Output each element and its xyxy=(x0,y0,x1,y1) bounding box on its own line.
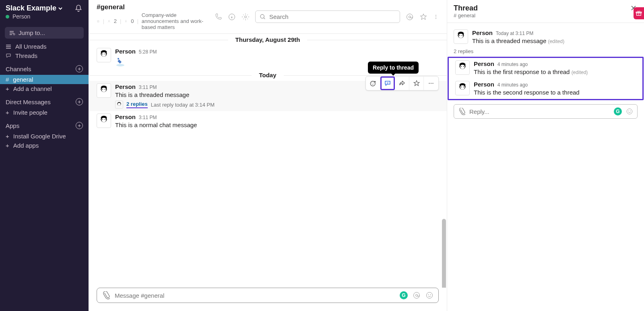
install-gdrive-item[interactable]: + Install Google Drive xyxy=(0,132,89,141)
bell-icon[interactable] xyxy=(74,4,83,13)
sender-name[interactable]: Person xyxy=(472,29,493,36)
plus-icon: + xyxy=(6,133,9,140)
grammarly-icon[interactable]: G xyxy=(400,291,408,299)
thread-reply-compose[interactable]: G xyxy=(454,104,638,119)
thread-messages: Person Today at 3:11 PM This is a thread… xyxy=(447,23,644,311)
add-reaction-button[interactable] xyxy=(366,76,380,90)
thread-reply[interactable]: Person 4 minutes ago This is the first r… xyxy=(449,58,642,78)
avatar[interactable] xyxy=(455,81,470,95)
dm-label: Direct Messages xyxy=(6,99,51,105)
thread-header: Thread # general xyxy=(447,0,644,23)
at-icon[interactable] xyxy=(406,13,414,21)
emoji-icon[interactable] xyxy=(626,108,633,115)
add-apps-label: Add apps xyxy=(13,142,39,149)
add-channel-icon[interactable]: + xyxy=(76,65,83,72)
sender-name[interactable]: Person xyxy=(115,83,136,90)
svg-point-46 xyxy=(460,85,464,89)
chevron-down-icon xyxy=(58,6,63,11)
avatar[interactable] xyxy=(97,83,111,98)
add-dm-icon[interactable]: + xyxy=(76,98,83,105)
sender-name[interactable]: Person xyxy=(474,60,494,67)
star-icon[interactable] xyxy=(97,19,100,24)
svg-point-0 xyxy=(13,33,15,35)
svg-point-5 xyxy=(407,14,413,20)
main-content: #general | 2 | 0 | Company-wide announce… xyxy=(89,0,447,311)
plus-icon: + xyxy=(6,85,9,92)
message-item[interactable]: Person 3:11 PM This is a normal chat mes… xyxy=(89,111,447,132)
svg-point-34 xyxy=(427,292,433,299)
replies-link[interactable]: 2 replies xyxy=(126,101,148,108)
scrollbar-thumb[interactable] xyxy=(442,219,446,288)
channels-header[interactable]: Channels + xyxy=(6,64,83,74)
thread-replies-highlighted: Person 4 minutes ago This is the first r… xyxy=(448,57,644,100)
member-count[interactable]: 2 xyxy=(114,18,117,24)
phone-icon[interactable] xyxy=(214,13,222,21)
svg-point-36 xyxy=(430,295,431,295)
avatar[interactable] xyxy=(454,29,468,44)
workspace-switcher[interactable]: Slack Example xyxy=(6,4,63,12)
channels-label: Channels xyxy=(6,66,31,72)
jump-to-search[interactable]: Jump to... xyxy=(5,27,84,39)
timestamp: 3:11 PM xyxy=(139,115,157,120)
add-app-icon[interactable]: + xyxy=(76,122,83,129)
share-button[interactable] xyxy=(395,76,409,90)
star-message-button[interactable] xyxy=(409,76,424,90)
svg-point-42 xyxy=(460,64,464,69)
svg-point-31 xyxy=(105,119,105,120)
avatar[interactable] xyxy=(97,48,111,62)
sender-name[interactable]: Person xyxy=(474,81,494,88)
sender-name[interactable]: Person xyxy=(115,113,136,120)
thread-reply[interactable]: Person 4 minutes ago This is the second … xyxy=(449,78,642,99)
threads-item[interactable]: Threads xyxy=(0,51,89,60)
thread-summary[interactable]: 2 replies Last reply today at 3:14 PM xyxy=(115,101,439,109)
avatar[interactable] xyxy=(455,60,470,75)
apps-header[interactable]: Apps + xyxy=(6,120,83,131)
grammarly-icon[interactable]: G xyxy=(614,107,622,115)
at-mention-icon[interactable] xyxy=(413,291,421,299)
plus-icon: + xyxy=(6,109,9,116)
channel-topic[interactable]: Company-wide announcements and work-base… xyxy=(142,12,214,30)
pin-count[interactable]: 0 xyxy=(131,18,134,24)
svg-point-3 xyxy=(245,16,247,18)
jump-to-label: Jump to... xyxy=(19,29,45,36)
star-outline-icon[interactable] xyxy=(419,13,427,21)
thread-reply-input[interactable] xyxy=(469,108,610,115)
channel-general[interactable]: # general xyxy=(0,75,89,84)
mini-avatar xyxy=(115,101,123,109)
attach-icon[interactable] xyxy=(458,108,465,115)
avatar[interactable] xyxy=(97,113,111,128)
channel-header: #general | 2 | 0 | Company-wide announce… xyxy=(89,0,447,34)
svg-point-12 xyxy=(102,54,103,54)
add-channel-item[interactable]: + Add a channel xyxy=(0,84,89,93)
svg-point-39 xyxy=(459,35,460,36)
search-field[interactable] xyxy=(269,13,396,20)
info-icon[interactable] xyxy=(228,13,236,21)
thread-channel[interactable]: # general xyxy=(454,12,478,19)
add-apps-item[interactable]: + Add apps xyxy=(0,141,89,150)
message-item-hovered[interactable]: Reply to thread Person 3:11 PM This is a… xyxy=(89,81,447,111)
search-input[interactable] xyxy=(255,10,400,23)
attach-icon[interactable] xyxy=(102,291,110,299)
more-actions-button[interactable] xyxy=(424,76,438,90)
message-compose[interactable]: G xyxy=(97,288,439,303)
thread-parent-message[interactable]: Person Today at 3:11 PM This is a thread… xyxy=(447,27,644,47)
all-unreads-item[interactable]: All Unreads xyxy=(0,42,89,51)
more-vert-icon[interactable] xyxy=(433,13,439,21)
message-text: This is the first response to a thread (… xyxy=(474,68,636,76)
svg-point-19 xyxy=(429,83,429,84)
sidebar: Slack Example Person Jump to... All Unre… xyxy=(0,0,89,311)
emoji-icon[interactable] xyxy=(425,291,433,299)
invite-people-item[interactable]: + Invite people xyxy=(0,108,89,117)
dm-header[interactable]: Direct Messages + xyxy=(6,97,83,107)
message-text: This is a threaded message (edited) xyxy=(472,37,638,45)
channel-title[interactable]: #general xyxy=(97,3,214,11)
sender-name[interactable]: Person xyxy=(115,48,136,55)
compose-input[interactable] xyxy=(115,292,395,299)
svg-point-1 xyxy=(109,20,110,21)
channel-name: general xyxy=(13,76,33,83)
attachment-image[interactable] xyxy=(115,56,126,67)
gear-icon[interactable] xyxy=(242,13,250,21)
thread-panel: Thread # general Person Today at 3:11 PM… xyxy=(447,0,644,311)
gift-button[interactable] xyxy=(634,7,644,19)
reply-in-thread-button[interactable] xyxy=(380,76,395,90)
